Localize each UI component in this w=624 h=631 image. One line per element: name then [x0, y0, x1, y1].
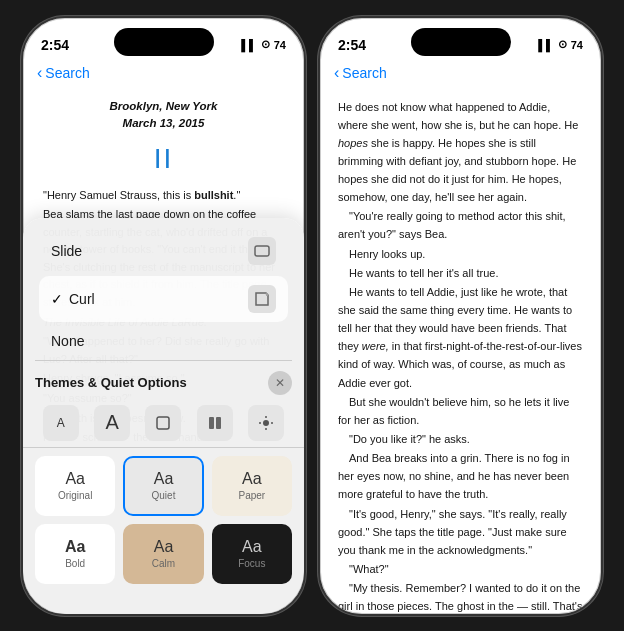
slide-icon: [248, 237, 276, 265]
option-slide[interactable]: Slide: [39, 228, 288, 274]
curl-icon: [248, 285, 276, 313]
slide-options: Slide ✓ Curl None: [23, 228, 304, 358]
chevron-left-icon: ‹: [37, 64, 42, 82]
para-11: "My thesis. Remember? I wanted to do it …: [338, 579, 583, 615]
option-curl[interactable]: ✓ Curl: [39, 276, 288, 322]
theme-calm[interactable]: Aa Calm: [123, 524, 203, 584]
para-4: He wants to tell her it's all true.: [338, 264, 583, 282]
back-label-right: Search: [342, 65, 386, 81]
back-button-left[interactable]: ‹ Search: [37, 64, 90, 82]
close-button[interactable]: ✕: [268, 371, 292, 395]
svg-point-4: [263, 420, 269, 426]
theme-original[interactable]: Aa Original: [35, 456, 115, 516]
para-9: "It's good, Henry," she says. "It's real…: [338, 505, 583, 559]
para-5: He wants to tell Addie, just like he wro…: [338, 283, 583, 392]
themes-header: Themes & Quiet Options ✕: [23, 363, 304, 399]
theme-focus[interactable]: Aa Focus: [212, 524, 292, 584]
svg-rect-3: [216, 417, 221, 429]
para-6: But she wouldn't believe him, so he lets…: [338, 393, 583, 429]
theme-quiet[interactable]: Aa Quiet: [123, 456, 203, 516]
time-left: 2:54: [41, 37, 69, 53]
themes-title: Themes & Quiet Options: [35, 375, 187, 390]
status-icons-right: ▌▌ ⊙ 74: [538, 38, 583, 51]
para-7: "Do you like it?" he asks.: [338, 430, 583, 448]
top-bar-left: ‹ Search: [23, 62, 304, 88]
checkmark-icon: ✓: [51, 291, 63, 307]
dynamic-island: [114, 28, 214, 56]
page-layout-button[interactable]: [197, 405, 233, 441]
para-10: "What?": [338, 560, 583, 578]
time-right: 2:54: [338, 37, 366, 53]
top-bar-right: ‹ Search: [320, 62, 601, 88]
status-icons-left: ▌▌ ⊙ 74: [241, 38, 286, 51]
divider-1: [35, 360, 292, 361]
option-none[interactable]: None: [39, 324, 288, 358]
chapter-number: II: [43, 137, 284, 180]
back-button-right[interactable]: ‹ Search: [334, 64, 387, 82]
left-phone: 2:54 ▌▌ ⊙ 74 ‹ Search Brooklyn, New York…: [21, 16, 306, 616]
theme-bold[interactable]: Aa Bold: [35, 524, 115, 584]
chevron-left-icon-right: ‹: [334, 64, 339, 82]
overlay-panel: Slide ✓ Curl None Themes: [23, 218, 304, 614]
book-location: Brooklyn, New YorkMarch 13, 2015: [43, 98, 284, 134]
right-book-content: He does not know what happened to Addie,…: [320, 88, 601, 616]
para-1: He does not know what happened to Addie,…: [338, 98, 583, 207]
svg-rect-2: [209, 417, 214, 429]
font-increase-button[interactable]: A: [94, 405, 130, 441]
para-8: And Bea breaks into a grin. There is no …: [338, 449, 583, 503]
font-controls: A A: [23, 399, 304, 448]
option-slide-label: Slide: [51, 243, 248, 259]
back-label-left: Search: [45, 65, 89, 81]
dynamic-island-right: [411, 28, 511, 56]
theme-paper[interactable]: Aa Paper: [212, 456, 292, 516]
font-decrease-button[interactable]: A: [43, 405, 79, 441]
right-phone: 2:54 ▌▌ ⊙ 74 ‹ Search He does not know w…: [318, 16, 603, 616]
svg-rect-0: [255, 246, 269, 256]
svg-rect-1: [157, 417, 169, 429]
option-none-label: None: [51, 333, 276, 349]
para-3: Henry looks up.: [338, 245, 583, 263]
brightness-button[interactable]: [248, 405, 284, 441]
option-curl-label: Curl: [69, 291, 248, 307]
para-2: "You're really going to method actor thi…: [338, 207, 583, 243]
theme-grid: Aa Original Aa Quiet Aa Paper Aa Bold Aa: [23, 456, 304, 584]
font-style-button[interactable]: [145, 405, 181, 441]
